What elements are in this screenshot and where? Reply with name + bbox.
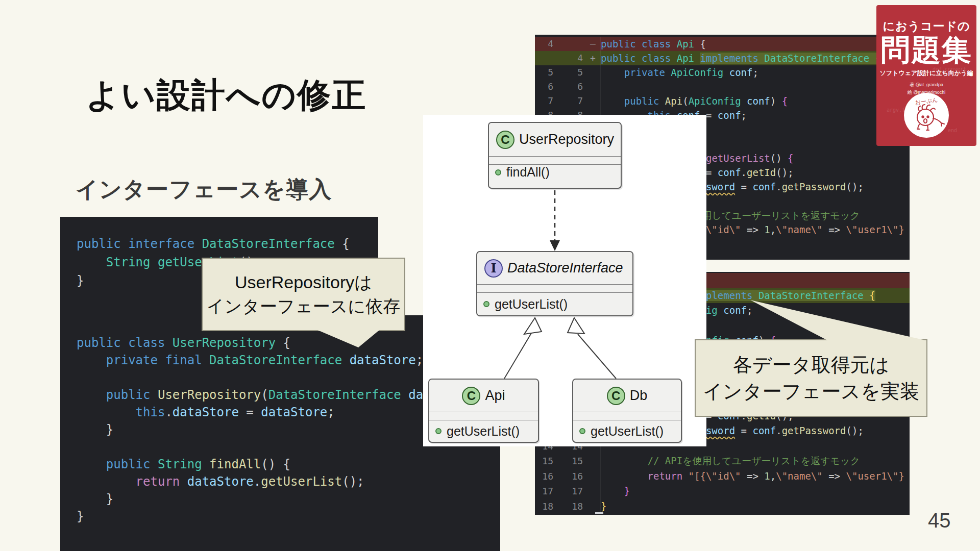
diff-row: 1818} <box>535 499 910 514</box>
uml-attributes-row <box>489 157 621 165</box>
code-segment: String <box>106 255 151 269</box>
line-number-new: 18 <box>560 499 590 514</box>
callout-implements-interface: 各データ取得元は インターフェースを実装 <box>695 339 927 417</box>
line-number-new: 4 <box>560 51 590 65</box>
code-segment: conf <box>729 67 753 78</box>
code-segment: getUserList <box>706 153 770 164</box>
code-segment: . <box>741 167 747 178</box>
callout-line: 各データ取得元は <box>696 352 926 378</box>
code-segment: getId <box>747 167 776 178</box>
code-segment: , <box>770 224 776 235</box>
uml-attributes-row <box>573 412 681 420</box>
code-segment: . <box>776 425 781 436</box>
code-segment: dataStore <box>187 474 254 489</box>
uml-class-db: C Db getUserList() <box>572 379 682 443</box>
code-segment <box>77 255 106 269</box>
code-segment: DataStoreInterface <box>758 290 864 301</box>
diff-marker <box>590 94 600 108</box>
code-segment: => <box>823 470 846 482</box>
code-segment: String <box>158 457 202 471</box>
class-stereotype-icon: C <box>496 131 514 149</box>
code-segment: . <box>165 405 172 419</box>
code-segment: getUserList <box>261 474 342 489</box>
code-segment: = <box>735 425 752 436</box>
code-segment: { <box>864 290 875 301</box>
code-line: } <box>60 490 500 508</box>
code-segment: } <box>77 273 84 288</box>
book-mascot-badge: おーぷん <box>904 93 949 138</box>
code-line: public class Api { <box>600 37 910 51</box>
uml-method-name: getUserList() <box>495 297 568 312</box>
code-segment <box>401 388 408 402</box>
cover-texture-text: end <box>948 128 957 133</box>
code-segment <box>77 457 106 471</box>
code-segment: getPassword <box>782 425 846 436</box>
code-segment: (); <box>342 474 364 489</box>
code-segment <box>718 305 723 316</box>
book-title-kicker: におうコードの <box>876 18 976 34</box>
code-segment <box>77 474 136 489</box>
code-segment: ( <box>261 388 268 402</box>
callout-line: インターフェースを実装 <box>696 378 926 405</box>
callout-line: UserRepositoryは <box>203 270 404 294</box>
diff-marker <box>590 80 600 94</box>
code-segment: return <box>648 470 689 482</box>
code-segment: (); <box>776 167 793 178</box>
slide: よい設計への修正 インターフェースを導入 public interface Da… <box>0 0 980 551</box>
line-number-new: 6 <box>560 80 590 94</box>
code-segment: () <box>770 153 788 164</box>
code-line: private ApiConfig conf; <box>600 65 910 80</box>
code-segment: , <box>770 470 776 482</box>
code-segment <box>202 457 209 471</box>
code-segment: } <box>77 492 113 506</box>
diff-marker <box>590 454 600 469</box>
uml-class-userrepository: C UserRepository findAll() <box>488 122 622 189</box>
uml-diagram: C UserRepository findAll() I DataStoreIn… <box>423 115 706 446</box>
code-segment: dataStore <box>350 353 416 367</box>
code-segment: Api <box>677 53 694 64</box>
code-segment <box>77 353 106 367</box>
code-segment: } <box>624 485 630 496</box>
code-segment: conf <box>723 305 747 316</box>
code-segment <box>77 388 106 402</box>
code-segment <box>151 255 158 269</box>
generalization-arrowhead-left <box>524 318 542 334</box>
uml-class-name: Api <box>485 388 505 404</box>
dependency-arrowhead <box>550 240 560 251</box>
public-method-icon <box>495 169 501 176</box>
line-number-old: 17 <box>535 484 560 499</box>
diff-marker <box>590 484 600 499</box>
code-segment: public class <box>601 38 677 49</box>
diff-marker <box>590 499 600 514</box>
line-number-old <box>535 51 560 65</box>
code-segment: public <box>106 457 158 471</box>
line-number-new: 15 <box>560 454 590 469</box>
diff-marker <box>590 469 600 484</box>
code-segment: . <box>776 181 781 192</box>
line-number-old: 5 <box>535 65 560 80</box>
uml-class-name: UserRepository <box>519 132 614 147</box>
line-number-old: 15 <box>535 454 560 469</box>
line-number-new: 17 <box>560 484 590 499</box>
code-segment: conf <box>718 167 741 178</box>
code-segment: private final <box>106 353 209 367</box>
public-method-icon <box>579 428 585 434</box>
code-segment: . <box>254 474 261 489</box>
code-segment: { <box>694 38 706 49</box>
code-segment: ; <box>752 67 758 78</box>
code-segment: { <box>788 153 793 164</box>
uml-method-name: getUserList() <box>447 424 520 439</box>
section-subtitle: インターフェースを導入 <box>76 174 332 205</box>
code-segment: => <box>741 470 765 482</box>
diff-marker <box>590 65 600 80</box>
code-segment: } <box>77 422 113 437</box>
code-segment: UserRepository <box>173 336 276 350</box>
line-number-old: 6 <box>535 80 560 94</box>
line-number-new: 5 <box>560 65 590 80</box>
book-edition: ソフトウェア設計に立ち向かう編 <box>876 69 976 78</box>
code-segment: ) <box>770 95 782 107</box>
diff-marker: — <box>590 37 600 51</box>
code-segment: (); <box>846 181 864 192</box>
callout-line: インターフェースに依存 <box>203 294 404 318</box>
code-segment: conf <box>752 425 776 436</box>
